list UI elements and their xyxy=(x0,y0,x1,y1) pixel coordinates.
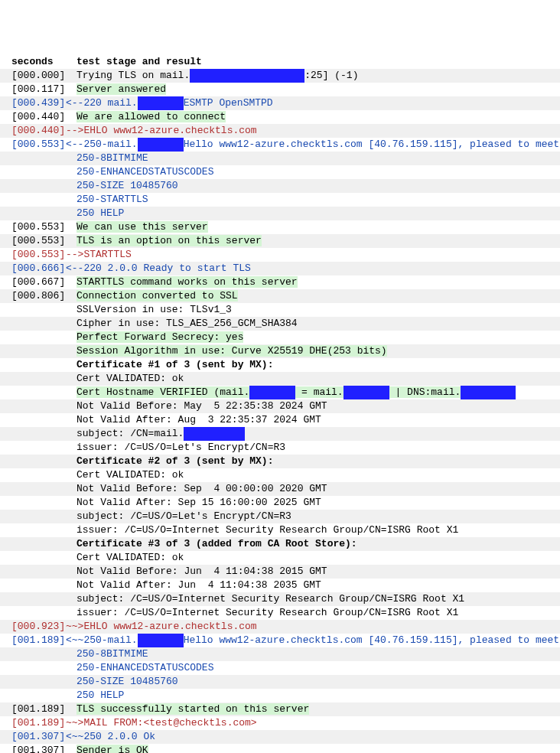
result-cell: 250 HELP xyxy=(77,207,549,220)
log-row: [001.307]<~~250 2.0.0 Ok xyxy=(0,730,560,744)
seconds-cell xyxy=(11,152,77,165)
log-text: ~~>EHLO www12-azure.checktls.com xyxy=(66,621,257,632)
log-row: Cert VALIDATED: ok xyxy=(0,372,560,386)
log-row: Session Algorithm in use: Curve X25519 D… xyxy=(0,344,560,358)
log-row: issuer: /C=US/O=Let's Encrypt/CN=R3 xyxy=(0,441,560,455)
redacted-text xyxy=(249,386,295,399)
result-cell: Not Valid Before: May 5 22:35:38 2024 GM… xyxy=(77,399,549,413)
log-text: -->STARTTLS xyxy=(66,249,132,260)
log-text: subject: /C=US/O=Let's Encrypt/CN=R3 xyxy=(77,510,291,522)
result-cell: ~~>MAIL FROM:<test@checktls.com> xyxy=(66,716,549,730)
log-row: Cipher in use: TLS_AES_256_GCM_SHA384 xyxy=(0,317,560,331)
log-row: Not Valid Before: Sep 4 00:00:00 2020 GM… xyxy=(0,482,560,496)
seconds-cell xyxy=(11,537,77,551)
log-row: issuer: /C=US/O=Internet Security Resear… xyxy=(0,523,560,537)
seconds-cell: [001.189] xyxy=(11,702,77,716)
log-row: 250 HELP xyxy=(0,689,560,702)
seconds-cell xyxy=(11,344,77,358)
result-cell: TLS is an option on this server xyxy=(77,234,549,248)
seconds-cell: [000.440] xyxy=(11,110,77,124)
seconds-cell xyxy=(11,523,77,537)
log-row: [000.439]<--220 mail. ESMTP OpenSMTPD xyxy=(0,96,560,110)
seconds-cell xyxy=(11,165,77,179)
log-text: 250-SIZE 10485760 xyxy=(77,676,178,687)
log-text: Session Algorithm in use: Curve X25519 D… xyxy=(77,345,387,357)
log-row: 250-ENHANCEDSTATUSCODES xyxy=(0,165,560,179)
log-row: 250-STARTTLS xyxy=(0,193,560,207)
redacted-text xyxy=(138,138,184,152)
seconds-cell xyxy=(11,551,77,565)
log-row: 250 HELP xyxy=(0,207,560,220)
result-cell: Perfect Forward Secrecy: yes xyxy=(77,331,549,344)
redacted-text xyxy=(190,69,304,83)
log-row: subject: /CN=mail. xyxy=(0,427,560,441)
log-row: Certificate #1 of 3 (sent by MX): xyxy=(0,358,560,372)
log-text: Sender is OK xyxy=(77,745,148,753)
log-text: Hello www12-azure.checktls.com [40.76.15… xyxy=(184,634,560,646)
log-row: [000.553]-->STARTTLS xyxy=(0,248,560,262)
log-text: STARTTLS command works on this server xyxy=(77,276,298,288)
log-text: TLS successfully started on this server xyxy=(77,703,309,715)
log-row: Cert VALIDATED: ok xyxy=(0,551,560,565)
log-row: 250-SIZE 10485760 xyxy=(0,179,560,193)
log-row: [000.553]TLS is an option on this server xyxy=(0,234,560,248)
log-text: 250-ENHANCEDSTATUSCODES xyxy=(77,166,213,178)
log-row: Not Valid Before: May 5 22:35:38 2024 GM… xyxy=(0,399,560,413)
log-text: Not Valid After: Jun 4 11:04:38 2035 GMT xyxy=(77,579,321,591)
log-text: | DNS:mail. xyxy=(389,386,461,398)
log-text: 250 HELP xyxy=(77,689,124,701)
result-cell: 250-SIZE 10485760 xyxy=(77,179,549,193)
result-cell: Server answered xyxy=(77,83,549,96)
result-cell: subject: /C=US/O=Let's Encrypt/CN=R3 xyxy=(77,510,549,523)
seconds-cell xyxy=(11,386,77,399)
seconds-cell: [001.189] xyxy=(11,634,66,647)
log-row: [000.117]Server answered xyxy=(0,83,560,96)
log-text: Hello www12-azure.checktls.com [40.76.15… xyxy=(184,139,560,150)
log-text: Certificate #1 of 3 (sent by MX): xyxy=(77,359,273,370)
result-cell: issuer: /C=US/O=Internet Security Resear… xyxy=(77,606,549,620)
result-cell: Not Valid Before: Sep 4 00:00:00 2020 GM… xyxy=(77,482,549,496)
seconds-cell xyxy=(11,606,77,620)
header-row: secondstest stage and result xyxy=(0,55,560,69)
seconds-cell xyxy=(11,565,77,579)
log-row: [000.667]STARTTLS command works on this … xyxy=(0,275,560,289)
log-text: Not Valid Before: Sep 4 00:00:00 2020 GM… xyxy=(77,483,327,494)
log-text: 250-SIZE 10485760 xyxy=(77,180,178,191)
result-cell: issuer: /C=US/O=Internet Security Resear… xyxy=(77,523,549,537)
result-cell: Cert VALIDATED: ok xyxy=(77,468,549,482)
seconds-cell: [000.806] xyxy=(11,289,77,303)
log-text: 250 HELP xyxy=(77,207,124,219)
log-text: Not Valid After: Sep 15 16:00:00 2025 GM… xyxy=(77,497,321,508)
log-row: [000.553]We can use this server xyxy=(0,220,560,234)
result-cell: Not Valid After: Aug 3 22:35:37 2024 GMT xyxy=(77,413,549,427)
log-row: [001.189]TLS successfully started on thi… xyxy=(0,702,560,716)
seconds-cell: [000.440] xyxy=(11,124,66,138)
log-text: ESMTP OpenSMTPD xyxy=(184,97,273,109)
log-text: issuer: /C=US/O=Internet Security Resear… xyxy=(77,607,458,618)
log-text: TLS is an option on this server xyxy=(77,235,262,246)
result-cell: -->EHLO www12-azure.checktls.com xyxy=(66,124,549,138)
log-row: [000.666]<--220 2.0.0 Ready to start TLS xyxy=(0,262,560,275)
result-cell: Cipher in use: TLS_AES_256_GCM_SHA384 xyxy=(77,317,549,331)
log-text: 250-8BITMIME xyxy=(77,648,148,660)
result-cell: <--220 2.0.0 Ready to start TLS xyxy=(66,262,549,275)
log-text: 250-STARTTLS xyxy=(77,194,148,205)
log-row: Certificate #3 of 3 (added from CA Root … xyxy=(0,537,560,551)
log-text: :25] (-1) xyxy=(304,70,358,81)
result-cell: -->STARTTLS xyxy=(66,248,549,262)
log-text: Cert VALIDATED: ok xyxy=(77,373,184,384)
seconds-cell xyxy=(11,331,77,344)
log-text: Cipher in use: TLS_AES_256_GCM_SHA384 xyxy=(77,318,298,329)
result-cell: Certificate #3 of 3 (added from CA Root … xyxy=(77,537,549,551)
header-seconds: seconds xyxy=(11,55,77,69)
seconds-cell xyxy=(11,510,77,523)
seconds-cell xyxy=(11,441,77,455)
seconds-cell: [000.923] xyxy=(11,620,66,634)
result-cell: Session Algorithm in use: Curve X25519 D… xyxy=(77,344,549,358)
result-cell: subject: /CN=mail. xyxy=(77,427,549,441)
log-text: Cert VALIDATED: ok xyxy=(77,552,184,563)
log-text: Connection converted to SSL xyxy=(77,290,238,302)
seconds-cell: [001.307] xyxy=(11,730,66,744)
result-cell: STARTTLS command works on this server xyxy=(77,275,549,289)
seconds-cell xyxy=(11,661,77,675)
